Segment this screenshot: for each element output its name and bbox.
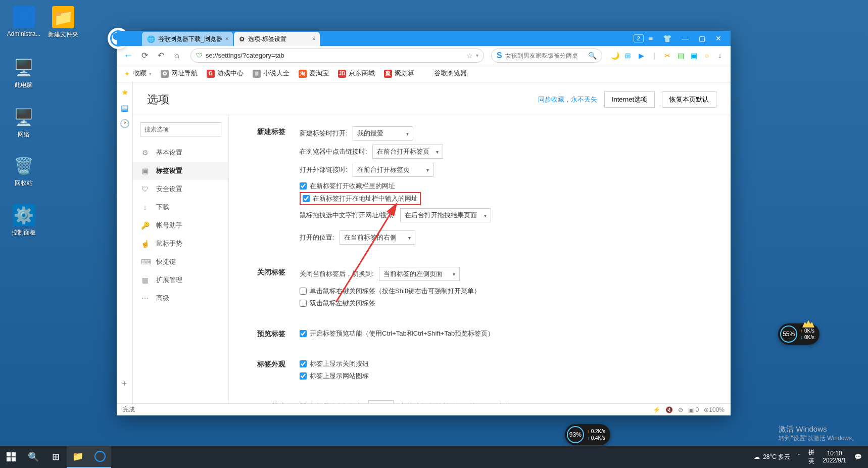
- taskbar-notifications-icon[interactable]: 💬: [850, 453, 866, 460]
- sidebar-item-label: 鼠标手势: [156, 239, 182, 248]
- taskbar-ime-lang[interactable]: 拼 英: [804, 448, 818, 465]
- translate-icon[interactable]: ⊞: [622, 50, 634, 61]
- bookmark-item[interactable]: 淘爱淘宝: [299, 69, 329, 78]
- taskbar-search-icon[interactable]: 🔍: [22, 446, 44, 468]
- desktop-icon[interactable]: 📁新建文件夹: [45, 6, 81, 39]
- settings-sidebar-item[interactable]: ⚙基本设置: [133, 144, 228, 162]
- status-compat-icon[interactable]: ⚡: [653, 406, 660, 413]
- bookmark-item[interactable]: ★收藏▾: [123, 69, 152, 78]
- night-mode-icon[interactable]: 🌙: [609, 50, 620, 61]
- wallet-icon[interactable]: ○: [701, 50, 712, 61]
- undo-button[interactable]: ↶: [154, 49, 167, 62]
- chk-open-addressbar-newtab[interactable]: [303, 195, 310, 202]
- external-link-select[interactable]: 在前台打开标签页▾: [353, 163, 433, 177]
- browser-tab[interactable]: 🌐谷歌浏览器下载_浏览器×: [142, 32, 233, 46]
- settings-sidebar-item[interactable]: ▣标签设置: [133, 162, 228, 180]
- minimize-button[interactable]: —: [677, 31, 694, 46]
- search-input[interactable]: [505, 52, 588, 59]
- download-icon[interactable]: ↓: [714, 50, 726, 61]
- taskbar-explorer-icon[interactable]: 📁: [67, 446, 89, 468]
- url-bar[interactable]: 🛡 se://settings/?category=tab ☆ ▾: [190, 49, 484, 63]
- reading-panel-icon[interactable]: ▤: [121, 103, 128, 113]
- maximize-button[interactable]: ▢: [694, 31, 710, 46]
- desktop-icon[interactable]: 👤Administra...: [6, 6, 41, 37]
- taskbar-tray-up-icon[interactable]: ˆ: [794, 453, 804, 460]
- chk-dblclick-close[interactable]: [300, 300, 307, 307]
- click-link-select[interactable]: 在前台打开标签页▾: [372, 145, 443, 159]
- settings-sidebar-item[interactable]: ⋯高级: [133, 289, 228, 307]
- flash-icon[interactable]: ▶: [636, 50, 647, 61]
- back-button[interactable]: ←: [122, 49, 135, 62]
- favorite-star-icon[interactable]: ☆: [466, 52, 473, 60]
- taskbar-taskview-icon[interactable]: ⊞: [44, 446, 67, 468]
- status-block-icon[interactable]: ⊘: [678, 406, 683, 413]
- open-position-label: 打开的位置:: [300, 233, 334, 242]
- chk-preview[interactable]: [300, 330, 307, 337]
- capture-icon[interactable]: ▣: [688, 50, 699, 61]
- new-tab-open-select[interactable]: 我的最爱▾: [353, 126, 413, 141]
- theme-icon[interactable]: 👕: [658, 31, 677, 46]
- hover-ms-input[interactable]: [368, 400, 394, 403]
- chk-rightclick-close[interactable]: [300, 288, 307, 295]
- chk-open-bookmark-newtab[interactable]: [300, 182, 307, 190]
- settings-sidebar-item[interactable]: ▦扩展管理: [133, 271, 228, 289]
- chevron-down-icon: ▾: [149, 71, 152, 76]
- add-panel-icon[interactable]: +: [122, 379, 127, 388]
- tab-close-icon[interactable]: ×: [225, 35, 229, 42]
- settings-sidebar-item[interactable]: ⌨快捷键: [133, 253, 228, 271]
- desktop-icon[interactable]: 🖥️网络: [6, 106, 41, 139]
- note-icon[interactable]: ▤: [675, 50, 686, 61]
- reload-button[interactable]: ⟳: [138, 49, 151, 62]
- sidebar-item-label: 标签设置: [156, 166, 182, 175]
- open-position-select[interactable]: 在当前标签的右侧▾: [340, 230, 415, 245]
- desktop-icon[interactable]: ⚙️控制面板: [6, 204, 41, 237]
- desktop-icon[interactable]: 🗑️回收站: [6, 155, 41, 188]
- search-bar[interactable]: S 🔍: [491, 49, 602, 63]
- bookmark-item[interactable]: G谷歌浏览器: [423, 69, 467, 78]
- internet-options-button[interactable]: Internet选项: [604, 91, 655, 108]
- settings-sidebar-item[interactable]: 🔑帐号助手: [133, 216, 228, 235]
- desktop-icon[interactable]: 🖥️此电脑: [6, 57, 41, 89]
- bookmark-item[interactable]: G游戏中心: [207, 69, 244, 78]
- bookmark-item[interactable]: JD京东商城: [338, 69, 375, 78]
- browser-tab[interactable]: ⚙选项-标签设置×: [234, 32, 320, 46]
- start-button[interactable]: [0, 446, 22, 468]
- chk-hover-activate[interactable]: [300, 403, 307, 403]
- search-provider-icon[interactable]: S: [497, 51, 502, 60]
- history-panel-icon[interactable]: 🕐: [120, 119, 130, 128]
- sidebar-item-label: 安全设置: [156, 184, 182, 194]
- tab-title: 谷歌浏览器下载_浏览器: [158, 35, 222, 43]
- status-mute-icon[interactable]: 🔇: [665, 406, 673, 413]
- sidebar-search-input[interactable]: [140, 122, 221, 136]
- tab-count-badge[interactable]: 2: [634, 34, 644, 42]
- bookmark-item[interactable]: ≣小说大全: [253, 69, 290, 78]
- home-button[interactable]: ⌂: [170, 49, 183, 62]
- close-button[interactable]: ✕: [710, 31, 727, 46]
- bookmark-item[interactable]: ✪网址导航: [161, 69, 198, 78]
- status-ad-icon[interactable]: ▣ 0: [688, 406, 699, 413]
- drag-search-select[interactable]: 在后台打开拖拽结果页面▾: [400, 208, 491, 222]
- url-dropdown-icon[interactable]: ▾: [476, 53, 478, 58]
- settings-sidebar-item[interactable]: ☝鼠标手势: [133, 235, 228, 253]
- taskbar-sogou-icon[interactable]: [89, 446, 111, 468]
- taskbar-clock[interactable]: 10:10 2022/9/1: [818, 450, 850, 464]
- chk-show-favicon[interactable]: [300, 372, 307, 380]
- menu-icon[interactable]: ≡: [644, 31, 658, 46]
- restore-defaults-button[interactable]: 恢复本页默认: [662, 91, 716, 108]
- tab-close-icon[interactable]: ×: [312, 35, 316, 42]
- network-widget[interactable]: 93%0.2K/s0.4K/s: [565, 424, 610, 445]
- bookmark-item[interactable]: 聚聚划算: [384, 69, 414, 78]
- sync-link[interactable]: 同步收藏，永不丢失: [538, 95, 597, 104]
- taskbar-weather[interactable]: ☁ 28°C 多云: [750, 453, 794, 461]
- drag-search-label: 鼠标拖拽选中文字打开网址/搜索:: [300, 211, 395, 220]
- cut-icon[interactable]: ✂: [662, 50, 673, 61]
- settings-sidebar-item[interactable]: ↓下载: [133, 198, 228, 216]
- shield-icon: 🛡: [196, 52, 203, 59]
- status-zoom-icon[interactable]: ⊕ 100%: [704, 406, 725, 413]
- chk-show-close-btn[interactable]: [300, 360, 307, 367]
- search-go-icon[interactable]: 🔍: [588, 52, 597, 60]
- close-switch-select[interactable]: 当前标签的左侧页面▾: [379, 267, 460, 281]
- favorites-panel-icon[interactable]: ★: [121, 87, 128, 97]
- settings-sidebar-item[interactable]: 🛡安全设置: [133, 180, 228, 198]
- group-close-tab-label: 关闭标签: [245, 266, 285, 309]
